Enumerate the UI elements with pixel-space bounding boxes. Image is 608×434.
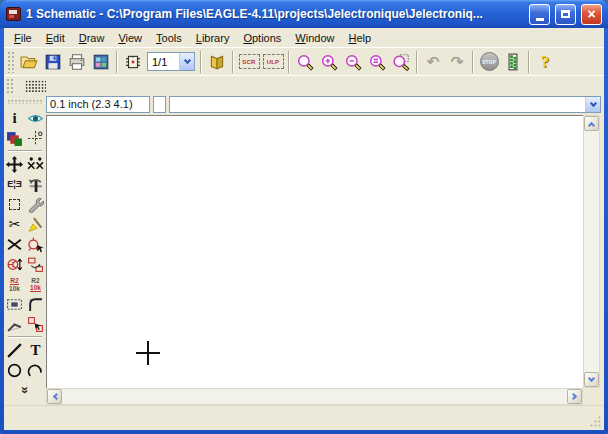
show-tool-button[interactable] xyxy=(27,109,45,127)
menu-tools[interactable]: Tools xyxy=(149,30,189,46)
menu-draw[interactable]: Draw xyxy=(72,30,112,46)
name-tool-button[interactable]: R2 10k xyxy=(6,275,24,293)
chevron-up-icon xyxy=(588,121,595,128)
grid-button[interactable] xyxy=(21,77,49,94)
minimize-button[interactable] xyxy=(529,4,550,25)
maximize-button[interactable] xyxy=(555,4,576,25)
info-tool-button[interactable]: i xyxy=(6,109,24,127)
cam-processor-button[interactable] xyxy=(89,50,113,74)
display-tool-button[interactable] xyxy=(6,129,24,147)
menu-bar: File Edit Draw View Tools Library Option… xyxy=(4,28,604,47)
invoke-tool-button[interactable] xyxy=(27,315,45,333)
toolbar-grip[interactable] xyxy=(7,51,14,73)
mark-crosshair-icon xyxy=(27,130,44,147)
toolbar-separator xyxy=(528,51,530,73)
coordinate-mini-box xyxy=(153,96,166,113)
print-button[interactable] xyxy=(65,50,89,74)
sheet-combobox-arrow[interactable] xyxy=(179,53,194,70)
smash-tool-button[interactable] xyxy=(6,295,24,313)
command-input[interactable] xyxy=(170,97,585,112)
toolbar-separator xyxy=(232,51,234,73)
run-ulp-button[interactable]: ULP xyxy=(261,50,285,74)
mark-tool-button[interactable] xyxy=(27,129,45,147)
parameter-toolbar-grip[interactable] xyxy=(6,78,13,93)
arc-icon xyxy=(27,362,44,379)
scroll-left-button[interactable] xyxy=(47,389,62,404)
palette-grip[interactable] xyxy=(7,99,43,104)
run-script-button[interactable]: SCR xyxy=(237,50,261,74)
arc-tool-button[interactable] xyxy=(27,361,45,379)
title-bar[interactable]: 1 Schematic - C:\Program Files\EAGLE-4.1… xyxy=(0,0,608,28)
close-button[interactable]: × xyxy=(581,4,602,25)
gateswap-icon xyxy=(27,256,44,273)
toolbar-separator xyxy=(288,51,290,73)
split-tool-button[interactable] xyxy=(6,315,24,333)
switch-to-board-button[interactable] xyxy=(121,50,145,74)
copy-tool-button[interactable] xyxy=(27,155,45,173)
scroll-down-button[interactable] xyxy=(584,372,599,387)
add-tool-button[interactable] xyxy=(27,235,45,253)
mirror-icon: E¦Ǝ xyxy=(7,179,22,189)
rotate-tool-button[interactable] xyxy=(27,175,45,193)
resize-grip-icon[interactable] xyxy=(589,415,602,428)
zoom-fit-icon xyxy=(296,53,314,71)
sheet-combobox[interactable]: 1/1 xyxy=(147,52,195,71)
redo-button[interactable]: ↷ xyxy=(445,50,469,74)
help-icon: ? xyxy=(541,52,550,72)
horizontal-scrollbar[interactable] xyxy=(46,388,583,405)
menu-edit[interactable]: Edit xyxy=(39,30,72,46)
menu-library[interactable]: Library xyxy=(189,30,237,46)
cut-tool-button[interactable]: ✂ xyxy=(6,215,24,233)
chevron-left-icon xyxy=(52,393,59,400)
redo-icon: ↷ xyxy=(451,54,464,69)
command-combobox-arrow[interactable] xyxy=(585,97,600,112)
scroll-up-button[interactable] xyxy=(584,116,599,131)
value-tool-button[interactable]: R2 10k xyxy=(27,275,45,293)
open-button[interactable] xyxy=(17,50,41,74)
zoom-out-icon xyxy=(344,53,362,71)
text-icon: T xyxy=(30,343,40,357)
zoom-fit-button[interactable] xyxy=(293,50,317,74)
mirror-tool-button[interactable]: E¦Ǝ xyxy=(6,175,24,193)
zoom-redraw-button[interactable] xyxy=(365,50,389,74)
change-tool-button[interactable] xyxy=(27,195,45,213)
close-icon: × xyxy=(587,7,595,21)
pinswap-tool-button[interactable] xyxy=(6,255,24,273)
menu-file[interactable]: File xyxy=(7,30,39,46)
wrench-icon xyxy=(27,196,44,213)
gateswap-tool-button[interactable] xyxy=(27,255,45,273)
schematic-canvas[interactable] xyxy=(46,115,583,388)
stop-button[interactable]: STOP xyxy=(477,50,501,74)
delete-tool-button[interactable] xyxy=(6,235,24,253)
scroll-right-button[interactable] xyxy=(567,389,582,404)
circle-tool-button[interactable] xyxy=(6,361,24,379)
more-tools-button[interactable]: » xyxy=(16,381,34,399)
menu-view[interactable]: View xyxy=(111,30,149,46)
miter-tool-button[interactable] xyxy=(27,295,45,313)
group-tool-button[interactable] xyxy=(6,195,24,213)
delete-x-icon xyxy=(6,236,23,253)
save-button[interactable] xyxy=(41,50,65,74)
move-tool-button[interactable] xyxy=(6,155,24,173)
zoom-select-button[interactable] xyxy=(389,50,413,74)
miter-corner-icon xyxy=(27,296,44,313)
menu-options[interactable]: Options xyxy=(236,30,288,46)
help-button[interactable]: ? xyxy=(533,50,557,74)
undo-button[interactable]: ↶ xyxy=(421,50,445,74)
printer-icon xyxy=(68,53,86,71)
text-tool-button[interactable]: T xyxy=(27,341,45,359)
chevron-down-icon xyxy=(589,99,596,106)
wire-tool-button[interactable] xyxy=(6,341,24,359)
vertical-scrollbar[interactable] xyxy=(583,115,600,388)
main-toolbar: 1/1 SCR ULP xyxy=(4,47,604,75)
zoom-in-button[interactable] xyxy=(317,50,341,74)
paste-tool-button[interactable] xyxy=(27,215,45,233)
go-button[interactable] xyxy=(501,50,525,74)
app-icon xyxy=(6,7,21,21)
sheet-combobox-value: 1/1 xyxy=(148,56,179,68)
zoom-out-button[interactable] xyxy=(341,50,365,74)
chevron-down-icon xyxy=(588,374,595,381)
menu-window[interactable]: Window xyxy=(288,30,341,46)
use-library-button[interactable] xyxy=(205,50,229,74)
menu-help[interactable]: Help xyxy=(341,30,378,46)
